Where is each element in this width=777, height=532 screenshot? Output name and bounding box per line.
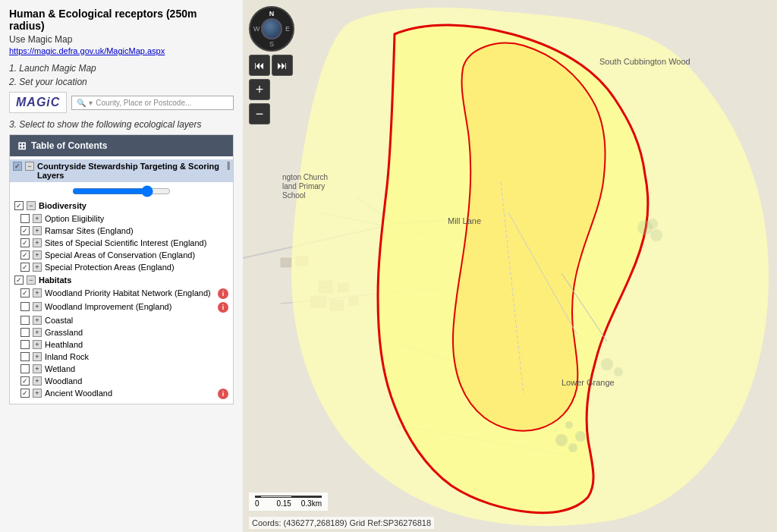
- spa-expand[interactable]: +: [33, 263, 42, 272]
- ancient-woodland-label: Ancient Woodland: [45, 389, 213, 398]
- toc-content: − Countryside Stewardship Targeting & Sc…: [10, 156, 233, 404]
- option-eligibility-item: + Option Eligibility: [10, 212, 233, 225]
- woodland-priority-label: Woodland Priority Habitat Network (Engla…: [45, 288, 213, 297]
- ramsar-label: Ramsar Sites (England): [45, 226, 228, 235]
- wetland-cb[interactable]: [20, 364, 30, 373]
- step2-label: 2. Set your location: [9, 77, 234, 87]
- heathland-cb[interactable]: [20, 340, 30, 349]
- woodland-priority-item: + Woodland Priority Habitat Network (Eng…: [10, 287, 233, 301]
- habitats-header: − Habitats: [10, 273, 233, 287]
- section1-scrollbar[interactable]: ▐: [225, 162, 230, 169]
- opacity-slider[interactable]: [72, 185, 171, 197]
- svg-point-30: [647, 219, 658, 229]
- habitats-expand[interactable]: −: [27, 275, 36, 285]
- scale-seg3: [291, 496, 322, 498]
- woodland-improvement-info[interactable]: i: [218, 302, 228, 313]
- inland-rock-expand[interactable]: +: [33, 352, 42, 361]
- grassland-cb[interactable]: [20, 328, 30, 337]
- habitats-cb[interactable]: [14, 275, 24, 285]
- woodland-priority-cb[interactable]: [20, 288, 30, 297]
- grassland-expand[interactable]: +: [33, 328, 42, 337]
- spa-label: Special Protection Areas (England): [45, 263, 228, 272]
- compass-north: N: [269, 10, 275, 17]
- option-eligibility-cb[interactable]: [20, 214, 30, 223]
- nav-btn-row: ⏮ ⏭: [249, 55, 294, 76]
- svg-point-26: [601, 358, 613, 370]
- svg-point-29: [650, 229, 662, 241]
- compass-west: W: [253, 25, 260, 33]
- step3-label: 3. Select to show the following ecologic…: [9, 119, 234, 130]
- woodland-priority-expand[interactable]: +: [33, 288, 42, 297]
- ancient-woodland-info[interactable]: i: [218, 389, 228, 399]
- biodiversity-label: Biodiversity: [39, 201, 87, 210]
- woodland-item: + Woodland: [10, 375, 233, 387]
- woodland-improvement-label: Woodland Improvement (England): [45, 302, 213, 311]
- compass-east: E: [285, 25, 290, 33]
- layers-icon: ⊞: [17, 140, 27, 152]
- svg-point-22: [555, 434, 568, 446]
- compass-south: S: [269, 40, 274, 48]
- wetland-expand[interactable]: +: [33, 364, 42, 373]
- opacity-slider-row: [10, 184, 233, 199]
- sssi-cb[interactable]: [20, 238, 30, 247]
- grassland-item: + Grassland: [10, 326, 233, 338]
- wetland-item: + Wetland: [10, 363, 233, 375]
- spa-item: + Special Protection Areas (England): [10, 261, 233, 273]
- heathland-label: Heathland: [45, 340, 228, 349]
- magic-search-bar[interactable]: 🔍 ▾ County, Place or Postcode...: [71, 96, 234, 110]
- wetland-label: Wetland: [45, 364, 228, 373]
- ancient-woodland-cb[interactable]: [20, 389, 30, 398]
- biodiversity-expand[interactable]: −: [27, 201, 36, 210]
- inland-rock-cb[interactable]: [20, 352, 30, 361]
- spa-cb[interactable]: [20, 263, 30, 272]
- scale-seg2: [261, 496, 291, 498]
- scale-seg1: [255, 496, 261, 498]
- zoom-in-btn[interactable]: +: [249, 79, 270, 100]
- sac-cb[interactable]: [20, 250, 30, 260]
- option-eligibility-expand[interactable]: +: [33, 214, 42, 223]
- scale-label-1: 0.15: [276, 499, 291, 508]
- section1-label: Countryside Stewardship Targeting & Scor…: [37, 162, 222, 180]
- scale-label-2: 0.3km: [301, 499, 322, 508]
- woodland-label: Woodland: [45, 376, 228, 386]
- svg-point-27: [614, 367, 623, 376]
- woodland-expand[interactable]: +: [33, 376, 42, 386]
- heathland-expand[interactable]: +: [33, 340, 42, 349]
- map-svg: [243, 0, 777, 532]
- woodland-cb[interactable]: [20, 376, 30, 386]
- woodland-priority-info[interactable]: i: [218, 288, 228, 299]
- prev-btn[interactable]: ⏮: [249, 55, 270, 76]
- next-btn[interactable]: ⏭: [272, 55, 293, 76]
- map-area[interactable]: South Cubbington Wood ngton Church land …: [243, 0, 777, 532]
- coords-display: Coords: (436277,268189) Grid Ref:SP36276…: [249, 517, 434, 529]
- scale-line: [255, 496, 322, 498]
- compass[interactable]: N S E W: [249, 6, 294, 52]
- ramsar-cb[interactable]: [20, 226, 30, 235]
- woodland-improvement-expand[interactable]: +: [33, 302, 42, 311]
- search-placeholder: County, Place or Postcode...: [96, 99, 191, 107]
- scale-label-0: 0: [255, 499, 260, 508]
- section1-checkbox[interactable]: [13, 162, 22, 171]
- page-title: Human & Ecological receptors (250m radiu…: [9, 8, 234, 32]
- coastal-cb[interactable]: [20, 316, 30, 325]
- woodland-improvement-item: + Woodland Improvement (England) i: [10, 301, 233, 314]
- svg-point-24: [575, 431, 586, 442]
- magic-logo: MAGiC: [9, 92, 67, 113]
- sssi-expand[interactable]: +: [33, 238, 42, 247]
- svg-point-25: [565, 421, 573, 429]
- dropdown-arrow-icon: ▾: [89, 99, 93, 107]
- ancient-woodland-expand[interactable]: +: [33, 389, 42, 398]
- ramsar-item: + Ramsar Sites (England): [10, 225, 233, 237]
- zoom-out-btn[interactable]: −: [249, 103, 270, 124]
- biodiversity-header: − Biodiversity: [10, 199, 233, 212]
- coastal-expand[interactable]: +: [33, 316, 42, 325]
- step1-label: 1. Launch Magic Map: [9, 63, 234, 74]
- ramsar-expand[interactable]: +: [33, 226, 42, 235]
- woodland-improvement-cb[interactable]: [20, 302, 30, 311]
- sac-expand[interactable]: +: [33, 250, 42, 260]
- toc-title: Table of Contents: [31, 140, 107, 151]
- svg-point-23: [568, 443, 577, 452]
- biodiversity-checkbox[interactable]: [14, 201, 24, 210]
- section1-expand-btn[interactable]: −: [25, 162, 34, 171]
- magic-link[interactable]: https://magic.defra.gov.uk/MagicMap.aspx: [9, 46, 234, 55]
